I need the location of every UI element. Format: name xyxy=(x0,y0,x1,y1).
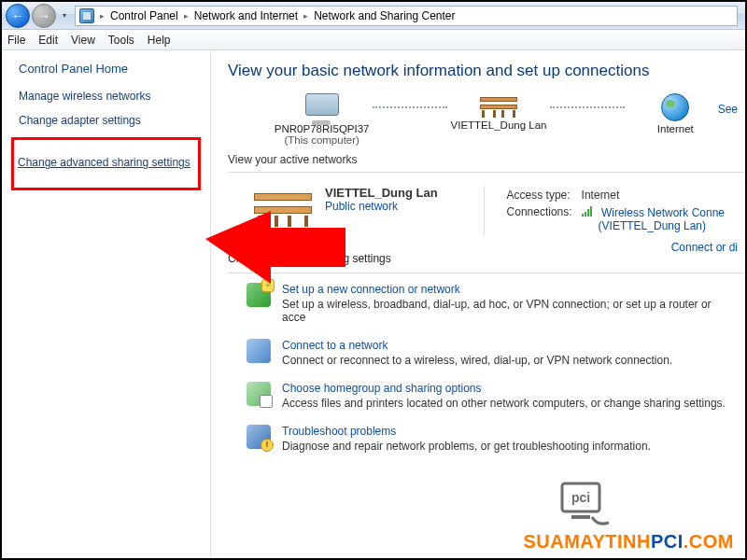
arrow-left-icon: ← xyxy=(11,8,24,23)
content-area: Control Panel Home Manage wireless netwo… xyxy=(2,50,745,558)
watermark-text: SUAMAYTINHPCI.COM xyxy=(523,531,734,553)
menu-tools[interactable]: Tools xyxy=(108,34,134,47)
computer-icon xyxy=(305,93,339,116)
map-this-computer: PNR0P78RI5QPI37 (This computer) xyxy=(252,93,391,146)
titlebar: ← → ▾ ▸ Control Panel ▸ Network and Inte… xyxy=(2,2,745,30)
active-network-details: Access type: Internet Connections: Wirel… xyxy=(484,186,734,235)
globe-icon xyxy=(661,93,689,121)
see-full-map-link[interactable]: See xyxy=(718,103,738,116)
task-homegroup: Choose homegroup and sharing options Acc… xyxy=(247,382,745,410)
active-networks-label: View your active networks xyxy=(228,153,745,166)
breadcrumb-seg-3[interactable]: Network and Sharing Center xyxy=(314,9,455,22)
sidebar-link-adapter[interactable]: Change adapter settings xyxy=(19,113,201,128)
active-network-type-link[interactable]: Public network xyxy=(325,200,438,213)
task-setup-connection: Set up a new connection or network Set u… xyxy=(247,283,745,324)
breadcrumb-sep-icon: ▸ xyxy=(184,11,189,21)
main-panel: View your basic network information and … xyxy=(211,50,745,558)
address-bar[interactable]: ▸ Control Panel ▸ Network and Internet ▸… xyxy=(75,6,738,26)
connection-link[interactable]: Wireless Network Conne xyxy=(601,206,725,219)
control-panel-icon xyxy=(79,8,94,23)
nav-history-dropdown[interactable]: ▾ xyxy=(58,4,71,28)
breadcrumb-seg-2[interactable]: Network and Internet xyxy=(194,9,298,22)
task-homegroup-desc: Access files and printers located on oth… xyxy=(282,397,726,410)
map-connector-icon xyxy=(391,93,429,121)
network-map: PNR0P78RI5QPI37 (This computer) VIETTEL_… xyxy=(228,93,745,146)
separator xyxy=(228,273,745,273)
signal-icon xyxy=(582,205,595,217)
sidebar: Control Panel Home Manage wireless netwo… xyxy=(2,50,211,558)
svg-text:pci: pci xyxy=(571,490,590,505)
connect-disconnect-link[interactable]: Connect or di xyxy=(671,241,738,254)
access-type-value: Internet xyxy=(582,188,732,203)
active-network-row: VIETTEL_Dung Lan Public network Access t… xyxy=(228,182,745,245)
task-setup-desc: Set up a wireless, broadband, dial-up, a… xyxy=(282,298,712,324)
map-connector-icon xyxy=(569,93,606,121)
nav-back-button[interactable]: ← xyxy=(6,4,30,28)
annotation-highlight-box: Change advanced sharing settings xyxy=(11,137,201,189)
connect-network-icon xyxy=(247,339,271,363)
homegroup-icon xyxy=(247,382,271,406)
troubleshoot-icon xyxy=(247,425,271,449)
arrow-right-icon: → xyxy=(37,8,50,23)
task-troubleshoot-link[interactable]: Troubleshoot problems xyxy=(282,425,651,438)
access-type-label: Access type: xyxy=(507,188,580,203)
breadcrumb-seg-1[interactable]: Control Panel xyxy=(110,9,178,22)
breadcrumb-sep-icon: ▸ xyxy=(303,11,308,21)
nav-forward-button[interactable]: → xyxy=(32,4,56,28)
menu-file[interactable]: File xyxy=(7,34,25,47)
map-network: VIETTEL_Dung Lan xyxy=(429,93,568,131)
task-troubleshoot: Troubleshoot problems Diagnose and repai… xyxy=(247,425,745,453)
map-internet-label: Internet xyxy=(606,123,745,134)
active-network-name: VIETTEL_Dung Lan xyxy=(325,186,438,200)
page-title: View your basic network information and … xyxy=(228,62,745,80)
change-settings-heading: Change your networking settings xyxy=(228,252,745,265)
connections-label: Connections: xyxy=(507,204,580,233)
task-connect-link[interactable]: Connect to a network xyxy=(282,339,672,352)
sidebar-link-wireless[interactable]: Manage wireless networks xyxy=(19,89,201,104)
menu-edit[interactable]: Edit xyxy=(38,34,58,47)
svg-rect-2 xyxy=(571,515,590,519)
bench-icon xyxy=(252,189,314,227)
sidebar-link-advanced-sharing[interactable]: Change advanced sharing settings xyxy=(18,155,192,170)
task-troubleshoot-desc: Diagnose and repair network problems, or… xyxy=(282,440,651,453)
map-computer-sub: (This computer) xyxy=(252,134,391,146)
breadcrumb-sep-icon: ▸ xyxy=(100,11,105,21)
task-connect-desc: Connect or reconnect to a wireless, wire… xyxy=(282,354,672,367)
setup-connection-icon xyxy=(247,283,271,307)
sidebar-home[interactable]: Control Panel Home xyxy=(19,62,201,76)
watermark-logo-icon: pci xyxy=(555,478,614,530)
task-homegroup-link[interactable]: Choose homegroup and sharing options xyxy=(282,382,726,395)
menu-bar: File Edit View Tools Help xyxy=(2,30,745,50)
task-setup-link[interactable]: Set up a new connection or network xyxy=(282,283,736,296)
connection-sub: (VIETTEL_Dung Lan) xyxy=(599,219,706,232)
map-network-name: VIETTEL_Dung Lan xyxy=(429,119,568,131)
task-connect-network: Connect to a network Connect or reconnec… xyxy=(247,339,745,367)
menu-help[interactable]: Help xyxy=(148,34,171,47)
separator xyxy=(228,172,745,173)
menu-view[interactable]: View xyxy=(71,34,95,47)
bench-icon xyxy=(478,97,519,118)
